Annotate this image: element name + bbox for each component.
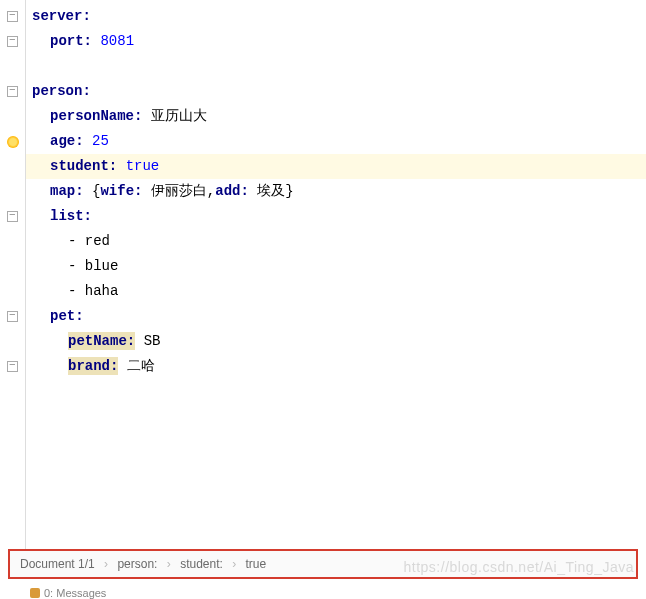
yaml-key: personName: [50,108,142,124]
bulb-icon[interactable] [7,136,19,148]
yaml-value: 亚历山大 [151,108,207,124]
gutter [0,0,26,560]
breadcrumb-item[interactable]: Document 1/1 [20,557,95,571]
chevron-right-icon: › [232,557,236,571]
fold-icon[interactable] [7,311,18,322]
list-item: - blue [68,258,118,274]
fold-icon[interactable] [7,361,18,372]
code-editor[interactable]: server: port: 8081 person: personName: 亚… [0,0,646,560]
breadcrumb[interactable]: Document 1/1 › person: › student: › true [8,549,638,579]
yaml-key: server: [32,8,91,24]
yaml-key: age: [50,133,84,149]
breadcrumb-item[interactable]: person: [117,557,157,571]
yaml-value: 二哈 [127,358,155,374]
chevron-right-icon: › [167,557,171,571]
code-area[interactable]: server: port: 8081 person: personName: 亚… [26,0,646,560]
yaml-key: person: [32,83,91,99]
fold-icon[interactable] [7,86,18,97]
yaml-value: 8081 [100,33,134,49]
yaml-key: map: [50,183,84,199]
fold-icon[interactable] [7,36,18,47]
list-item: - haha [68,283,118,299]
yaml-key: brand: [68,357,118,375]
breadcrumb-item[interactable]: student: [180,557,223,571]
yaml-value: 25 [92,133,109,149]
yaml-key: list: [50,208,92,224]
breadcrumb-item[interactable]: true [246,557,267,571]
messages-icon [30,588,40,598]
messages-tab[interactable]: 0: Messages [30,587,106,599]
list-item: - red [68,233,110,249]
yaml-key: petName: [68,332,135,350]
yaml-value: SB [144,333,161,349]
fold-icon[interactable] [7,11,18,22]
chevron-right-icon: › [104,557,108,571]
fold-icon[interactable] [7,211,18,222]
current-line: student: true [26,154,646,179]
yaml-key: port: [50,33,92,49]
yaml-key: pet: [50,308,84,324]
